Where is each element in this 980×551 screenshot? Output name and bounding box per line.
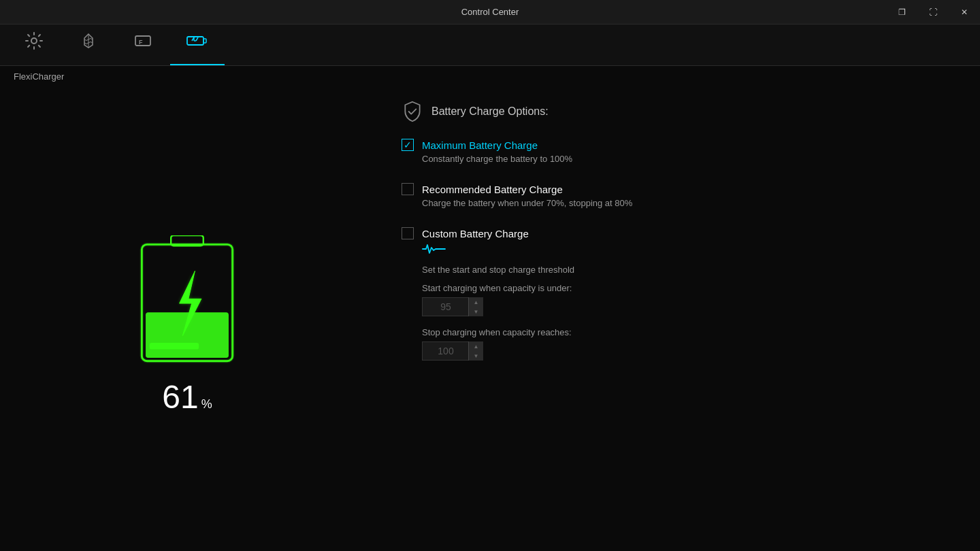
battery-unit: % — [201, 397, 212, 412]
nav-tabs: F — [0, 24, 980, 66]
battery-number: 61 — [162, 378, 198, 416]
svg-rect-15 — [150, 343, 199, 350]
svg-point-0 — [31, 38, 37, 44]
options-title: Battery Charge Options: — [431, 105, 549, 118]
main-content: 61 % Battery Charge Options: ✓ Maximum B… — [0, 87, 980, 550]
start-spinner-up[interactable]: ▲ — [468, 297, 483, 307]
checkbox-custom[interactable] — [402, 227, 414, 239]
charger-icon — [186, 31, 208, 54]
custom-charge-section: Set the start and stop charge threshold … — [402, 242, 953, 361]
label-maximum[interactable]: Maximum Battery Charge — [422, 139, 538, 151]
desc-maximum: Constantly charge the battery to 100% — [422, 154, 953, 164]
checkbox-recommended[interactable] — [402, 183, 414, 195]
svg-text:F: F — [139, 39, 143, 46]
start-threshold-spinner: ▲ ▼ — [468, 297, 483, 316]
option-recommended-row: Recommended Battery Charge — [402, 183, 953, 195]
tab-charger[interactable] — [170, 24, 225, 65]
stop-threshold-label: Stop charging when capacity reaches: — [422, 327, 953, 337]
close-button[interactable]: ✕ — [949, 0, 980, 24]
desc-recommended: Charge the battery when under 70%, stopp… — [422, 198, 953, 208]
window-controls: ❐ ⛶ ✕ — [886, 0, 980, 24]
start-threshold-row: Start charging when capacity is under: ▲… — [422, 283, 953, 316]
option-recommended: Recommended Battery Charge Charge the ba… — [402, 183, 953, 208]
svg-line-9 — [196, 37, 198, 41]
waveform-icon — [422, 242, 953, 259]
section-title: FlexiCharger — [0, 66, 980, 87]
tab-settings[interactable] — [7, 24, 61, 65]
restore-button[interactable]: ❐ — [886, 0, 917, 24]
label-custom[interactable]: Custom Battery Charge — [422, 228, 529, 239]
left-panel: 61 % — [0, 87, 374, 550]
eco-icon — [79, 31, 98, 54]
start-threshold-label: Start charging when capacity is under: — [422, 283, 953, 293]
custom-threshold-desc: Set the start and stop charge threshold — [422, 265, 953, 275]
svg-rect-5 — [203, 39, 206, 43]
shield-icon — [402, 101, 423, 122]
right-panel: Battery Charge Options: ✓ Maximum Batter… — [374, 87, 980, 550]
svg-rect-2 — [135, 36, 150, 46]
stop-threshold-input-wrap: ▲ ▼ — [422, 341, 483, 361]
battery-visual — [133, 235, 242, 371]
option-maximum-row: ✓ Maximum Battery Charge — [402, 139, 953, 151]
stop-threshold-row: Stop charging when capacity reaches: ▲ ▼ — [422, 327, 953, 361]
option-maximum: ✓ Maximum Battery Charge Constantly char… — [402, 139, 953, 164]
window-title: Control Center — [461, 7, 519, 17]
option-custom: Custom Battery Charge Set the start and … — [402, 227, 953, 371]
battery-percent-display: 61 % — [162, 378, 212, 416]
start-threshold-input-wrap: ▲ ▼ — [422, 297, 483, 316]
options-header: Battery Charge Options: — [402, 101, 953, 122]
stop-spinner-down[interactable]: ▼ — [468, 351, 483, 361]
stop-threshold-spinner: ▲ ▼ — [468, 341, 483, 361]
tab-keyboard[interactable]: F — [116, 24, 170, 65]
keyboard-icon: F — [133, 31, 152, 54]
option-custom-row: Custom Battery Charge — [402, 227, 953, 239]
stop-spinner-up[interactable]: ▲ — [468, 341, 483, 351]
titlebar: Control Center ❐ ⛶ ✕ — [0, 0, 980, 24]
start-spinner-down[interactable]: ▼ — [468, 307, 483, 316]
maximize-button[interactable]: ⛶ — [917, 0, 949, 24]
tab-eco[interactable] — [61, 24, 116, 65]
label-recommended[interactable]: Recommended Battery Charge — [422, 184, 563, 195]
settings-icon — [24, 31, 44, 54]
checkbox-maximum[interactable]: ✓ — [402, 139, 414, 151]
